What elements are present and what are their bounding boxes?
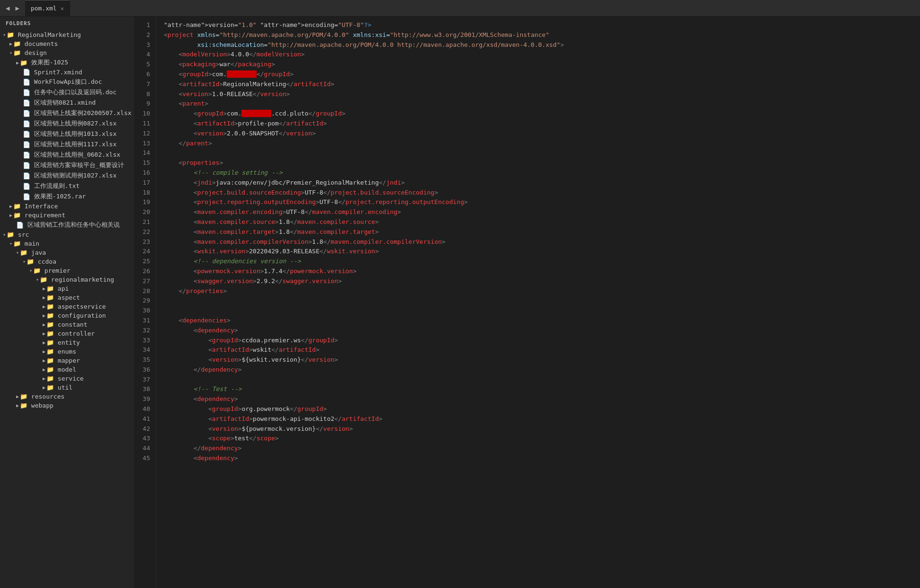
folder-label: configuration [58, 312, 106, 319]
tree-item-quyuyingxiao1013[interactable]: 📄 区域营销上线用例1013.xlsx [0, 129, 134, 139]
line-number: 1 [139, 20, 150, 30]
tree-item-quyuyingxiao0602[interactable]: 📄 区域营销上线用例_0602.xlsx [0, 150, 134, 160]
tree-item-xiaoguo1025rar[interactable]: 📄 效果图-1025.rar [0, 191, 134, 202]
tree-item-webapp[interactable]: ▶📁 webapp [0, 401, 134, 410]
chevron-icon: ▾ [29, 268, 32, 273]
tree-item-renwuzhongxin[interactable]: 📄 任务中心接口以及返回码.doc [0, 87, 134, 98]
line-number: 25 [139, 257, 150, 267]
tree-item-xiaoguo1025[interactable]: ▶📁 效果图-1025 [0, 57, 134, 68]
tree-item-service[interactable]: ▶📁 service [0, 374, 134, 383]
tree-item-interface[interactable]: ▶📁 Interface [0, 202, 134, 211]
code-line: <!-- Test --> [164, 384, 920, 394]
file-icon: 📄 [23, 183, 30, 190]
folder-icon: 📁 [40, 276, 47, 283]
code-line: <jndi>java:comp/env/jdbc/Premier_Regiona… [164, 178, 920, 188]
tree-item-api[interactable]: ▶📁 api [0, 284, 134, 293]
folder-icon: 📁 [20, 393, 27, 400]
file-icon: 📄 [23, 99, 30, 107]
code-line [164, 375, 920, 385]
folder-icon: 📁 [46, 303, 54, 310]
tree-item-entity[interactable]: ▶📁 entity [0, 338, 134, 347]
chevron-icon: ▶ [9, 41, 12, 46]
tree-item-java[interactable]: ▾📁 java [0, 248, 134, 257]
tree-item-quyuyingxiao0827[interactable]: 📄 区域营销上线用例0827.xlsx [0, 118, 134, 129]
nav-prev-button[interactable]: ◀ [4, 3, 11, 13]
chevron-icon: ▶ [43, 313, 45, 318]
line-number: 9 [139, 99, 150, 109]
tree-item-premier[interactable]: ▾📁 premier [0, 266, 134, 275]
folder-label: premier [45, 267, 71, 274]
tree-item-src[interactable]: ▾📁 src [0, 230, 134, 239]
code-line: </dependency> [164, 365, 920, 375]
tree-item-util[interactable]: ▶📁 util [0, 383, 134, 392]
line-number: 21 [139, 217, 150, 227]
tree-item-requirement[interactable]: ▶📁 requirement [0, 211, 134, 220]
code-line: <wskit.version>20220429.03-RELEASE</wski… [164, 247, 920, 257]
line-number: 11 [139, 119, 150, 129]
tree-item-quyuyingxiaowork[interactable]: 📄 区域营销工作流和任务中心相关说 [0, 220, 134, 230]
tree-item-regionalmarketing2[interactable]: ▾📁 regionalmarketing [0, 275, 134, 284]
tab-pom-xml[interactable]: pom.xml ✕ [25, 0, 70, 17]
folder-label: Interface [25, 203, 58, 210]
line-number: 14 [139, 148, 150, 158]
chevron-icon: ▶ [16, 394, 19, 399]
file-label: 工作流规则.txt [34, 182, 80, 190]
folder-label: resources [31, 393, 64, 400]
tree-item-gongzuoliuguize[interactable]: 📄 工作流规则.txt [0, 181, 134, 191]
line-number: 30 [139, 306, 150, 316]
tree-item-design[interactable]: ▾📁 design [0, 48, 134, 57]
code-line: <groupId>org.powermock</groupId> [164, 404, 920, 414]
tree-item-regionalmarketing[interactable]: ▾📁 RegionalMarketing [0, 30, 134, 39]
tree-item-quyuyingsiao0821[interactable]: 📄 区域营销0821.xmind [0, 98, 134, 108]
tree-item-quyuyingxiao1117[interactable]: 📄 区域营销上线用例1117.xlsx [0, 139, 134, 150]
line-number: 42 [139, 424, 150, 434]
line-number: 22 [139, 227, 150, 237]
code-line: <dependency> [164, 326, 920, 336]
sidebar[interactable]: FOLDERS ▾📁 RegionalMarketing▶📁 documents… [0, 17, 135, 588]
folder-label: aspectservice [58, 303, 106, 310]
chevron-icon: ▶ [43, 304, 45, 309]
tree-item-aspectservice[interactable]: ▶📁 aspectservice [0, 302, 134, 311]
chevron-icon: ▶ [43, 358, 45, 363]
file-icon: 📄 [23, 110, 30, 117]
tree-item-documents[interactable]: ▶📁 documents [0, 39, 134, 48]
tree-item-controller[interactable]: ▶📁 controller [0, 329, 134, 338]
folder-icon: 📁 [13, 240, 21, 247]
tree-item-quyuyingxiaofangan[interactable]: 📄 区域营销方案审核平台_概要设计 [0, 160, 134, 170]
code-line: <version>${powermock.version}</version> [164, 424, 920, 434]
tree-item-ccdoa[interactable]: ▾📁 ccdoa [0, 257, 134, 266]
code-line: xsi:schemaLocation="http://maven.apache.… [164, 40, 920, 50]
file-label: 区域营销测试用例1027.xlsx [34, 171, 116, 180]
tree-item-main[interactable]: ▾📁 main [0, 239, 134, 248]
code-line: <maven.compiler.source>1.8</maven.compil… [164, 217, 920, 227]
folder-label: regionalmarketing [51, 276, 114, 283]
tree-item-sprint7[interactable]: 📄 Sprint7.xmind [0, 68, 134, 77]
file-icon: 📄 [23, 120, 30, 127]
tree-item-quyuyingxiao1027[interactable]: 📄 区域营销测试用例1027.xlsx [0, 170, 134, 181]
line-number: 4 [139, 50, 150, 60]
tree-item-quyuyingxiao20200507[interactable]: 📄 区域营销上线案例20200507.xlsx [0, 108, 134, 118]
code-line: <dependencies> [164, 316, 920, 326]
line-number: 6 [139, 70, 150, 80]
line-number: 44 [139, 444, 150, 454]
line-number: 8 [139, 89, 150, 99]
nav-next-button[interactable]: ▶ [13, 3, 21, 13]
line-number: 23 [139, 237, 150, 247]
tree-item-configuration[interactable]: ▶📁 configuration [0, 311, 134, 320]
tree-item-aspect[interactable]: ▶📁 aspect [0, 293, 134, 302]
editor-area[interactable]: 1234567891011121314151617181920212223242… [135, 17, 920, 588]
tree-item-model[interactable]: ▶📁 model [0, 365, 134, 374]
file-label: 区域营销工作流和任务中心相关说 [27, 221, 120, 229]
tree-item-enums[interactable]: ▶📁 enums [0, 347, 134, 356]
code-line: <groupId>com.████████</groupId> [164, 70, 920, 80]
tree-item-constant[interactable]: ▶📁 constant [0, 320, 134, 329]
tree-item-workflowapi[interactable]: 📄 WorkFlowApi接口.doc [0, 77, 134, 87]
tree-item-mapper[interactable]: ▶📁 mapper [0, 356, 134, 365]
tab-close-button[interactable]: ✕ [61, 5, 64, 12]
file-label: 区域营销方案审核平台_概要设计 [34, 161, 124, 169]
file-label: 区域营销上线案例20200507.xlsx [34, 109, 132, 117]
folder-label: java [31, 249, 46, 256]
tree-item-resources[interactable]: ▶📁 resources [0, 392, 134, 401]
code-line: <!-- compile setting --> [164, 168, 920, 178]
folder-label: controller [58, 330, 95, 337]
